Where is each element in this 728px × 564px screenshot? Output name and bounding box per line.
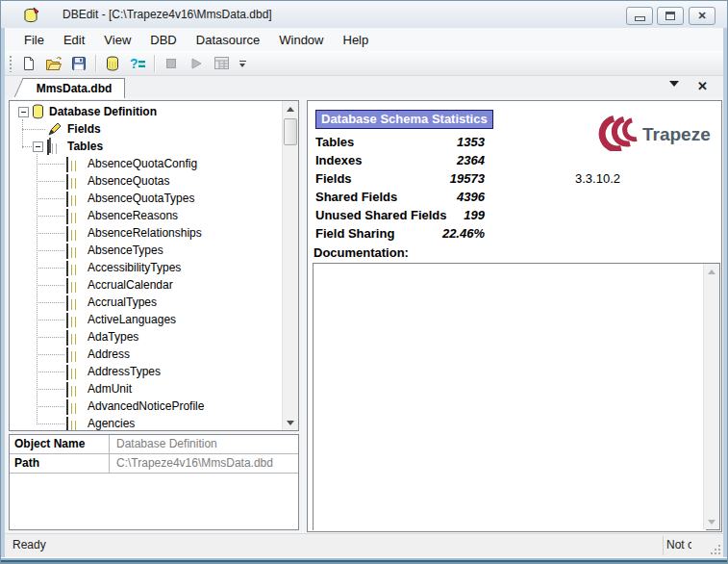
tree-item-fields[interactable]: Fields: [10, 120, 298, 138]
table-icon: [66, 192, 68, 207]
trapeze-logo: Trapeze: [589, 115, 717, 151]
tree-item-label: AccrualCalendar: [88, 276, 173, 294]
close-icon: ✕: [697, 11, 706, 21]
tab-label: MmsData.dbd: [37, 82, 113, 95]
tree-item-table[interactable]: AbsenceQuotaTypes: [10, 190, 298, 207]
toolbar-grip[interactable]: [9, 55, 13, 72]
collapse-toggle-icon[interactable]: [33, 141, 43, 152]
overflow-bar-icon: [239, 61, 246, 62]
table-icon: [66, 174, 68, 190]
svg-text:?: ?: [130, 56, 138, 71]
stat-value: 19573: [450, 169, 485, 188]
form-view-button-disabled: [209, 52, 234, 75]
stat-label: Fields: [315, 171, 352, 186]
tree-item-label: Fields: [67, 120, 101, 138]
table-icon: [66, 278, 68, 294]
table-icon: [66, 157, 68, 172]
documentation-textarea[interactable]: [314, 264, 706, 531]
property-value: Database Definition: [116, 435, 217, 453]
stat-value: 4396: [457, 188, 485, 206]
close-tab-icon[interactable]: ✕: [697, 77, 708, 96]
tables-icon: [47, 140, 49, 155]
tree-item-table[interactable]: AccrualCalendar: [10, 276, 298, 294]
stat-row: Shared Fields4396: [315, 188, 485, 206]
table-icon: [66, 365, 68, 380]
tree-scrollbar[interactable]: [282, 101, 298, 430]
table-icon: [66, 209, 68, 224]
documentation-label: Documentation:: [314, 245, 409, 260]
object-info-row: Object Name Database Definition: [10, 435, 298, 454]
tree-item-table[interactable]: Agencies: [10, 415, 298, 431]
open-file-button[interactable]: [41, 52, 66, 75]
status-message: Ready: [13, 538, 46, 551]
overflow-chevron-icon: [239, 64, 245, 67]
tree-item-table[interactable]: AbsenceRelationships: [10, 224, 298, 242]
stat-row: Indexes2364: [315, 151, 485, 169]
tree-item-label: AccessibilityTypes: [88, 259, 181, 276]
field-help-button[interactable]: ?: [125, 52, 150, 75]
tree-item-table[interactable]: Address: [10, 346, 298, 363]
new-file-button[interactable]: [16, 52, 41, 75]
menu-window[interactable]: Window: [269, 30, 333, 50]
collapse-toggle-icon[interactable]: [18, 107, 29, 117]
tree-item-table[interactable]: AbsenceQuotas: [10, 172, 298, 190]
tree-item-table[interactable]: ActiveLanguages: [10, 311, 298, 328]
tree-item-table[interactable]: AccessibilityTypes: [10, 259, 298, 276]
document-tab-bar: MmsData.dbd ✕: [5, 76, 723, 98]
schema-statistics-panel: Database Schema Statistics Tables1353 In…: [307, 100, 722, 532]
status-divider: [663, 536, 664, 555]
tree-item-table[interactable]: AdvancedNoticeProfile: [10, 397, 298, 415]
stat-label: Unused Shared Fields: [315, 208, 447, 222]
toolbar-separator: [154, 55, 155, 72]
object-info-row: Path C:\Trapeze4v16\MmsData.dbd: [10, 454, 298, 474]
schema-tree-panel: Database Definition Fields Tables Absenc…: [9, 100, 299, 431]
menu-edit[interactable]: Edit: [54, 30, 94, 50]
scrollbar-thumb[interactable]: [284, 118, 297, 145]
toolbar-overflow-button[interactable]: [236, 54, 249, 73]
tree-item-table[interactable]: AdaTypes: [10, 328, 298, 346]
tree-item-label: AdmUnit: [88, 380, 132, 397]
tree-item-label: Database Definition: [49, 103, 157, 120]
run-icon: [189, 57, 203, 70]
scroll-up-icon[interactable]: [704, 264, 719, 279]
tree-item-table[interactable]: AdmUnit: [10, 380, 298, 397]
tab-mmsdata[interactable]: MmsData.dbd: [24, 78, 125, 98]
minimize-button[interactable]: [626, 7, 653, 25]
tree-item-table[interactable]: AddressTypes: [10, 363, 298, 380]
resize-grip[interactable]: [709, 543, 720, 554]
tool-bar: ?: [5, 51, 723, 76]
tree-item-table[interactable]: AccrualTypes: [10, 294, 298, 311]
tree-item-table[interactable]: AbsenceTypes: [10, 242, 298, 259]
status-connection: Not c: [666, 538, 691, 551]
tree-item-label: Tables: [67, 138, 103, 155]
menu-view[interactable]: View: [94, 30, 140, 50]
tree-item-tables[interactable]: Tables: [10, 138, 298, 155]
menu-file[interactable]: File: [14, 30, 54, 50]
table-icon: [66, 261, 68, 276]
menu-dbd[interactable]: DBD: [140, 30, 186, 50]
property-label: Object Name: [10, 435, 110, 453]
tab-list-dropdown-icon[interactable]: [669, 81, 679, 87]
stat-label: Tables: [315, 135, 354, 149]
app-icon: [22, 6, 41, 25]
tree-item-label: AbsenceQuotas: [88, 172, 169, 190]
database-button[interactable]: [100, 52, 125, 75]
close-button[interactable]: ✕: [689, 7, 715, 25]
menu-datasource[interactable]: Datasource: [187, 30, 269, 50]
scroll-down-icon[interactable]: [704, 514, 719, 529]
menu-help[interactable]: Help: [334, 30, 379, 50]
tree-item-table[interactable]: AbsenceQuotaConfig: [10, 155, 298, 172]
scroll-up-icon[interactable]: [283, 101, 298, 116]
stat-row: Fields19573: [315, 169, 485, 188]
title-bar[interactable]: DBEdit - [C:\Trapeze4v16\MmsData.dbd] ✕: [1, 1, 727, 29]
tree-item-database-definition[interactable]: Database Definition: [10, 103, 298, 120]
scroll-down-icon[interactable]: [283, 415, 298, 430]
tree-item-table[interactable]: AbsenceReasons: [10, 207, 298, 224]
tree-item-label: AbsenceReasons: [88, 207, 178, 224]
stat-value: 1353: [457, 133, 485, 151]
save-file-button[interactable]: [66, 52, 91, 75]
restore-button[interactable]: [657, 7, 684, 25]
stop-icon: [164, 57, 178, 70]
stat-row: Field Sharing22.46%: [315, 224, 485, 243]
documentation-scrollbar[interactable]: [703, 264, 719, 529]
